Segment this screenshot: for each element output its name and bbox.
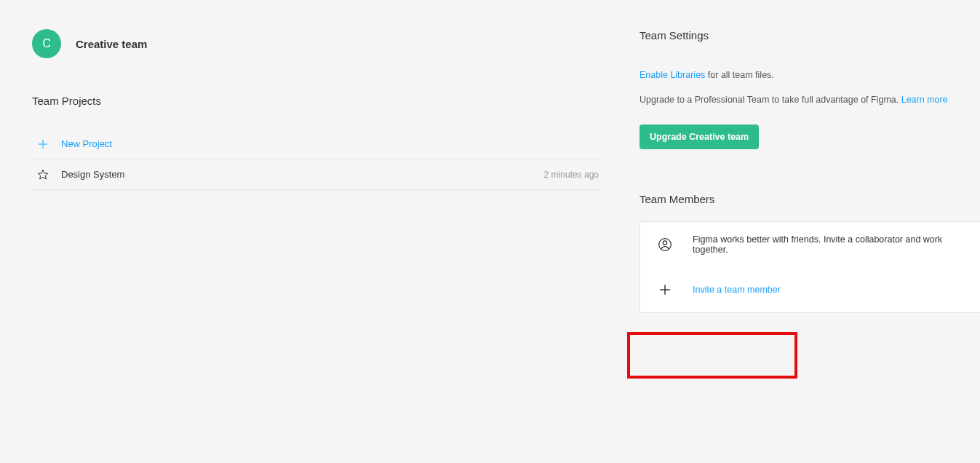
upgrade-text-prefix: Upgrade to a Professional Team to take f… <box>640 95 901 105</box>
team-avatar: C <box>32 29 61 58</box>
members-hint: Figma works better with friends. Invite … <box>693 234 963 255</box>
upgrade-text: Upgrade to a Professional Team to take f… <box>640 92 980 107</box>
new-project-button[interactable]: New Project <box>32 129 603 159</box>
svg-point-4 <box>663 241 666 245</box>
enable-libraries-text: for all team files. <box>705 70 773 80</box>
team-name: Creative team <box>76 38 147 50</box>
plus-icon <box>658 282 672 297</box>
svg-marker-2 <box>38 170 47 179</box>
new-project-label: New Project <box>61 138 599 149</box>
enable-libraries-line: Enable Libraries for all team files. <box>640 68 980 82</box>
project-time: 2 minutes ago <box>544 170 599 180</box>
team-projects-title: Team Projects <box>32 95 603 107</box>
project-label: Design System <box>61 169 544 180</box>
enable-libraries-link[interactable]: Enable Libraries <box>640 70 705 80</box>
team-settings-title: Team Settings <box>640 29 980 41</box>
annotation-highlight <box>627 332 797 379</box>
members-hint-row: Figma works better with friends. Invite … <box>640 222 980 267</box>
person-icon <box>658 237 672 252</box>
avatar-letter: C <box>42 37 51 50</box>
invite-member-button[interactable]: Invite a team member <box>640 267 980 312</box>
project-row[interactable]: Design System 2 minutes ago <box>32 159 603 190</box>
team-members-title: Team Members <box>640 193 980 205</box>
star-icon[interactable] <box>36 168 49 181</box>
invite-label: Invite a team member <box>693 285 781 295</box>
upgrade-button[interactable]: Upgrade Creative team <box>640 124 759 149</box>
plus-icon <box>36 138 49 151</box>
team-header: C Creative team <box>32 29 603 58</box>
learn-more-link[interactable]: Learn more <box>901 95 948 105</box>
